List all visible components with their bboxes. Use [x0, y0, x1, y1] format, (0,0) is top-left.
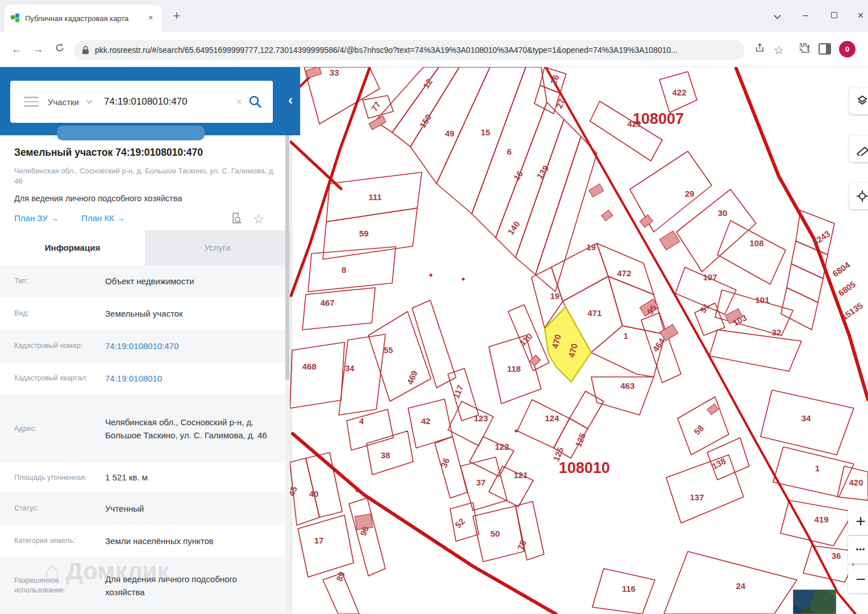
map-label: 77	[369, 100, 383, 113]
clear-search-icon[interactable]: ×	[236, 96, 242, 108]
map-label: 75	[516, 539, 528, 551]
map-parcel[interactable]	[496, 102, 564, 258]
map-parcel[interactable]	[707, 438, 749, 480]
map-parcel[interactable]	[435, 437, 467, 498]
parcel-address-subtitle: Челябинская обл., Сосновский р-н, д. Бол…	[14, 166, 276, 186]
map-label: 419	[814, 515, 828, 524]
map-parcel[interactable]	[308, 247, 396, 292]
zoom-out-button[interactable]: −	[848, 566, 868, 593]
locate-button[interactable]	[849, 183, 868, 209]
map-label: 124	[545, 413, 559, 423]
map-parcel[interactable]	[535, 136, 597, 292]
url-text: pkk.rosreestr.ru/#/search/65.64951699999…	[95, 45, 678, 55]
tab-close-icon[interactable]: ×	[146, 13, 156, 23]
map-label: 5243	[811, 229, 832, 247]
map-label: 150	[417, 113, 433, 130]
reload-button[interactable]	[51, 41, 68, 58]
map-building	[659, 231, 679, 250]
map-label: 116	[622, 584, 636, 594]
panel-scrollbar[interactable]	[285, 135, 289, 614]
map-parcel[interactable]	[339, 334, 385, 415]
map-label: 111	[368, 192, 381, 202]
map-label: 55	[384, 345, 393, 355]
map-label: 123	[474, 413, 488, 423]
restore-button[interactable]	[825, 8, 842, 24]
map-building	[589, 184, 604, 197]
map-parcel[interactable]	[570, 391, 604, 429]
collapse-panel-chevron[interactable]: ‹	[282, 92, 299, 108]
map-label: 19	[587, 242, 596, 252]
profile-avatar[interactable]: 0	[839, 41, 855, 57]
favorite-star-icon[interactable]: ☆	[253, 212, 264, 227]
info-row-label: Категория земель:	[14, 536, 105, 546]
map-parcel[interactable]	[516, 119, 581, 275]
map-parcel[interactable]	[717, 221, 786, 284]
map-parcel[interactable]	[664, 551, 797, 614]
close-window-button[interactable]: ×	[852, 8, 868, 24]
map-label: 33	[330, 68, 339, 77]
search-subtab[interactable]	[57, 126, 205, 140]
map-parcel[interactable]	[298, 515, 354, 577]
menu-hamburger-icon[interactable]	[24, 94, 39, 110]
search-bar[interactable]: Участки ×	[10, 81, 273, 123]
search-icon[interactable]	[248, 94, 263, 109]
map-label: 4	[359, 416, 364, 426]
forward-button[interactable]: →	[30, 41, 47, 58]
map-label: 122	[495, 442, 509, 451]
map-parcel[interactable]	[302, 288, 375, 330]
doc-search-icon[interactable]	[231, 212, 243, 226]
browser-menu-kebab-icon[interactable]	[856, 42, 868, 58]
browser-tab[interactable]: Публичная кадастровая карта ×	[5, 5, 161, 32]
browser-tab-strip: Публичная кадастровая карта × + – ×	[0, 0, 868, 32]
back-button[interactable]: ←	[8, 41, 25, 58]
panel-tabs: Информация Услуги	[0, 230, 290, 265]
side-panel-icon[interactable]	[819, 43, 831, 55]
map-label: 15135	[840, 301, 865, 322]
tab-information[interactable]: Информация	[0, 230, 145, 265]
map-parcel[interactable]	[517, 400, 570, 448]
extensions-puzzle-icon[interactable]	[797, 42, 813, 58]
map-label: 15	[481, 127, 491, 137]
map-label: 59	[359, 229, 369, 238]
map-parcel[interactable]	[676, 189, 756, 272]
map-parcel[interactable]	[773, 447, 854, 497]
map-label: 36	[439, 457, 451, 469]
info-row: Кадастровый квартал:74:19:0108010	[0, 362, 290, 395]
address-bar[interactable]: pkk.rosreestr.ru/#/search/65.64951699999…	[74, 40, 745, 60]
info-row-value-link[interactable]: 74:19:0108010:470	[105, 339, 189, 352]
map-parcel[interactable]	[368, 312, 431, 401]
map-parcel[interactable]	[534, 85, 560, 114]
cadastral-map[interactable]: 3312150491561613914077111598467468345546…	[290, 67, 868, 614]
map-parcel[interactable]	[437, 67, 526, 214]
site-favicon	[10, 13, 20, 23]
info-row-label: Адрес:	[14, 424, 105, 434]
map-parcel[interactable]	[666, 455, 744, 523]
zoom-in-button[interactable]: +	[848, 508, 868, 535]
map-parcel[interactable]	[448, 401, 493, 446]
map-parcel[interactable]	[347, 409, 393, 450]
plan-kk-link[interactable]: План КК →	[81, 213, 125, 223]
measure-button[interactable]	[849, 136, 868, 162]
share-icon[interactable]	[751, 42, 767, 58]
tab-services[interactable]: Услуги	[145, 230, 290, 265]
new-tab-button[interactable]: +	[168, 8, 185, 25]
tab-search-chevron-icon[interactable]	[769, 8, 786, 24]
minimize-button[interactable]: –	[797, 8, 814, 24]
map-parcel[interactable]	[290, 342, 344, 408]
map-label: 45	[290, 485, 299, 497]
map-building	[530, 355, 541, 366]
info-row-value-link[interactable]: 74:19:0108010	[105, 372, 172, 385]
layers-button[interactable]	[849, 88, 868, 114]
plan-zu-link[interactable]: План ЗУ →	[14, 213, 59, 223]
map-label: 16	[512, 169, 525, 182]
map-label: 19	[550, 291, 560, 301]
map-parcel[interactable]	[709, 330, 801, 371]
map-label: 24	[736, 581, 746, 591]
search-input[interactable]	[104, 96, 235, 107]
info-row: Категория земель:Земли населённых пункто…	[0, 525, 290, 557]
mini-map-thumbnail[interactable]	[793, 590, 836, 614]
map-building	[306, 67, 321, 78]
search-category-select[interactable]: Участки	[48, 97, 92, 107]
bookmark-star-icon[interactable]: ☆	[771, 42, 787, 58]
map-more-button[interactable]: •••	[848, 536, 868, 563]
